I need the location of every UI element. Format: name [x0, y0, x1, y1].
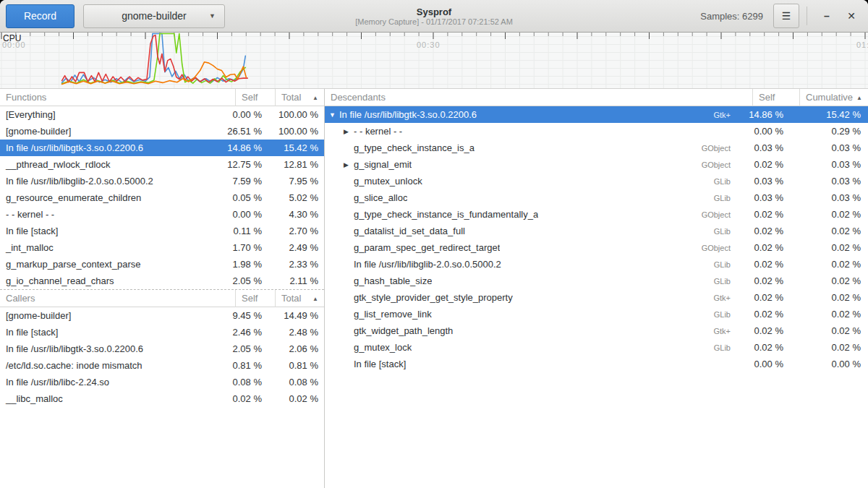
descendant-name: In file /usr/lib/libgtk-3.so.0.2200.6: [339, 109, 477, 120]
tree-row[interactable]: ▶- - kernel - -0.00 %0.29 %: [325, 123, 868, 140]
self-percent: 2.05 %: [222, 275, 269, 286]
table-row[interactable]: [gnome-builder]9.45 %14.49 %: [0, 307, 324, 324]
expander-closed-icon[interactable]: ▶: [344, 161, 354, 168]
tree-row[interactable]: g_datalist_id_set_data_fullGLib0.02 %0.0…: [325, 223, 868, 239]
descendants-cumulative-column-header[interactable]: Cumulative▲: [799, 89, 868, 106]
sort-ascending-icon: ▲: [312, 296, 318, 302]
descendant-name: g_mutex_lock: [354, 342, 412, 353]
function-name: [Everything]: [0, 109, 222, 120]
self-percent: 14.86 %: [736, 109, 792, 120]
self-percent: 0.81 %: [222, 360, 269, 371]
self-percent: 0.11 %: [222, 226, 269, 236]
right-pane: Descendants Self Cumulative▲ ▼In file /u…: [325, 89, 868, 488]
record-button[interactable]: Record: [6, 4, 75, 28]
table-row[interactable]: In file /usr/lib/libc-2.24.so0.08 %0.08 …: [0, 374, 324, 390]
descendant-name: In file /usr/lib/libglib-2.0.so.0.5000.2: [354, 259, 501, 270]
tree-row[interactable]: g_hash_table_sizeGLib0.02 %0.02 %: [325, 273, 868, 289]
functions-self-column-header[interactable]: Self: [235, 89, 275, 106]
cpu-timeline-chart[interactable]: CPU 00:00 00:30 01:00: [0, 33, 868, 89]
cumulative-percent: 15.42 %: [792, 109, 868, 120]
table-row[interactable]: In file /usr/lib/libgtk-3.so.0.2200.62.0…: [0, 341, 324, 357]
tree-row[interactable]: g_mutex_unlockGLib0.03 %0.03 %: [325, 173, 868, 189]
close-button[interactable]: ✕: [839, 10, 864, 22]
header-separator: [807, 7, 807, 25]
table-row[interactable]: _int_malloc1.70 %2.49 %: [0, 239, 324, 256]
library-tag: Gtk+: [713, 327, 731, 335]
function-name: In file /usr/lib/libgtk-3.so.0.2200.6: [0, 142, 222, 153]
table-row[interactable]: - - kernel - -0.00 %4.30 %: [0, 206, 324, 223]
tree-row[interactable]: In file /usr/lib/libglib-2.0.so.0.5000.2…: [325, 256, 868, 273]
total-percent: 12.81 %: [269, 159, 324, 170]
window-title: Sysprof: [417, 7, 451, 17]
tree-row[interactable]: g_list_remove_linkGLib0.02 %0.02 %: [325, 306, 868, 322]
total-percent: 14.49 %: [269, 310, 324, 321]
tree-row[interactable]: g_slice_allocGLib0.03 %0.03 %: [325, 189, 868, 206]
table-row[interactable]: In file /usr/lib/libglib-2.0.so.0.5000.2…: [0, 173, 324, 189]
tree-row[interactable]: ▼In file /usr/lib/libgtk-3.so.0.2200.6Gt…: [325, 106, 868, 123]
callers-self-column-header[interactable]: Self: [235, 290, 275, 307]
self-percent: 0.00 %: [736, 126, 792, 137]
callers-total-column-header[interactable]: Total▲: [275, 290, 324, 307]
samples-count: Samples: 6299: [700, 11, 763, 22]
table-row[interactable]: In file /usr/lib/libgtk-3.so.0.2200.614.…: [0, 140, 324, 156]
tree-row[interactable]: In file [stack]0.00 %0.00 %: [325, 356, 868, 372]
functions-column-header[interactable]: Functions: [0, 89, 235, 106]
table-row[interactable]: /etc/ld.so.cache: inode mismatch0.81 %0.…: [0, 357, 324, 374]
expander-open-icon[interactable]: ▼: [329, 111, 339, 119]
time-tick-end: 01:00: [856, 40, 868, 49]
time-tick-start: 00:00: [2, 40, 26, 49]
cumulative-percent: 0.29 %: [792, 126, 868, 137]
total-percent: 2.49 %: [269, 242, 324, 253]
table-row[interactable]: In file [stack]0.11 %2.70 %: [0, 223, 324, 239]
function-name: In file [stack]: [0, 226, 222, 236]
expander-closed-icon[interactable]: ▶: [344, 128, 354, 135]
table-row[interactable]: g_io_channel_read_chars2.05 %2.11 %: [0, 273, 324, 289]
target-process-label: gnome-builder: [122, 10, 187, 22]
cumulative-percent: 0.02 %: [792, 226, 868, 236]
tree-row[interactable]: g_type_check_instance_is_fundamentally_a…: [325, 206, 868, 223]
callers-table-header: Callers Self Total▲: [0, 290, 324, 307]
main-content: Functions Self Total▲ [Everything]0.00 %…: [0, 89, 868, 488]
callers-column-header[interactable]: Callers: [0, 290, 235, 307]
table-row[interactable]: __libc_malloc0.02 %0.02 %: [0, 390, 324, 407]
table-row[interactable]: In file [stack]2.46 %2.48 %: [0, 324, 324, 341]
descendant-name-cell: g_type_check_instance_is_fundamentally_a…: [325, 209, 736, 220]
table-row[interactable]: g_markup_parse_context_parse1.98 %2.33 %: [0, 256, 324, 273]
cpu-series-cpu0: [62, 34, 246, 83]
table-row[interactable]: __pthread_rwlock_rdlock12.75 %12.81 %: [0, 156, 324, 173]
self-percent: 1.98 %: [222, 259, 269, 270]
tree-row[interactable]: g_param_spec_get_redirect_targetGObject0…: [325, 239, 868, 256]
self-percent: 7.59 %: [222, 176, 269, 187]
library-tag: GObject: [702, 210, 731, 219]
table-row[interactable]: [gnome-builder]26.51 %100.00 %: [0, 123, 324, 140]
self-percent: 9.45 %: [222, 310, 269, 321]
total-percent: 4.30 %: [269, 209, 324, 220]
self-percent: 0.02 %: [736, 209, 792, 220]
tree-row[interactable]: g_type_check_instance_is_aGObject0.03 %0…: [325, 140, 868, 156]
table-row[interactable]: g_resource_enumerate_children0.05 %5.02 …: [0, 189, 324, 206]
time-tick-mid: 00:30: [417, 40, 441, 49]
descendants-column-header[interactable]: Descendants: [325, 89, 752, 106]
tree-row[interactable]: ▶g_signal_emitGObject0.02 %0.03 %: [325, 156, 868, 173]
cumulative-percent: 0.02 %: [792, 309, 868, 320]
descendant-name: g_signal_emit: [354, 159, 412, 170]
tree-row[interactable]: gtk_widget_path_lengthGtk+0.02 %0.02 %: [325, 322, 868, 339]
descendant-name-cell: ▶g_signal_emitGObject: [325, 159, 736, 170]
tree-row[interactable]: g_mutex_lockGLib0.02 %0.02 %: [325, 339, 868, 356]
total-percent: 5.02 %: [269, 192, 324, 203]
minimize-button[interactable]: –: [814, 10, 839, 22]
table-row[interactable]: [Everything]0.00 %100.00 %: [0, 106, 324, 123]
target-process-dropdown[interactable]: gnome-builder ▼: [83, 4, 225, 28]
library-tag: GLib: [714, 194, 731, 202]
window-subtitle: [Memory Capture] - 01/17/2017 07:21:52 A…: [355, 17, 513, 27]
self-percent: 0.08 %: [222, 377, 269, 388]
function-name: __pthread_rwlock_rdlock: [0, 159, 222, 170]
functions-total-column-header[interactable]: Total▲: [275, 89, 324, 106]
total-percent: 2.06 %: [269, 343, 324, 354]
library-tag: Gtk+: [713, 111, 731, 119]
tree-row[interactable]: gtk_style_provider_get_style_propertyGtk…: [325, 289, 868, 306]
descendants-self-column-header[interactable]: Self: [752, 89, 799, 106]
menu-button[interactable]: ☰: [773, 4, 799, 28]
descendant-name-cell: g_list_remove_linkGLib: [325, 309, 736, 320]
total-percent: 0.02 %: [269, 393, 324, 404]
